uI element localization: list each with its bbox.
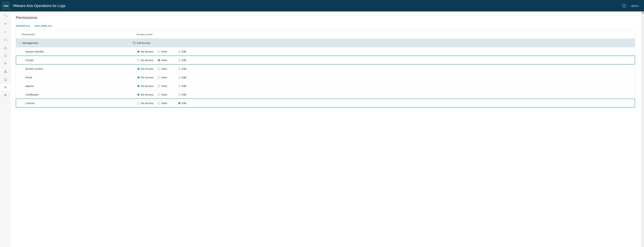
table-header: Permission Access Level: [16, 30, 635, 38]
radio-icon: [158, 59, 160, 61]
radio-no-access[interactable]: No Access: [137, 102, 154, 105]
radio-edit[interactable]: Edit: [178, 67, 195, 70]
radio-edit[interactable]: Edit: [178, 50, 195, 53]
radio-view[interactable]: View: [158, 84, 175, 87]
option-label: View: [161, 93, 167, 96]
radio-no-access[interactable]: No Access: [137, 67, 154, 70]
access-options: No AccessViewEdit: [133, 67, 633, 70]
radio-view[interactable]: View: [158, 59, 175, 62]
chevron-right-icon: ›: [9, 86, 10, 88]
rail-item-cloud[interactable]: ›: [0, 36, 10, 43]
info-icon[interactable]: [622, 4, 626, 8]
permission-label: Certificates: [18, 93, 133, 96]
radio-edit[interactable]: Edit: [178, 102, 195, 105]
expand-all-button[interactable]: EXPAND ALL: [16, 25, 30, 27]
access-options: No AccessViewEdit: [133, 84, 633, 87]
option-label: Edit: [182, 84, 186, 87]
page-title: Permissions: [16, 15, 635, 20]
chevron-down-icon: ⌄: [639, 5, 641, 7]
radio-icon: [158, 85, 160, 87]
group-label: Management: [22, 41, 38, 44]
rail-item-sliders[interactable]: ›: [0, 92, 10, 99]
option-label: Edit: [182, 59, 186, 62]
svg-rect-7: [5, 70, 6, 71]
radio-view[interactable]: View: [158, 93, 175, 96]
radio-icon: [158, 76, 160, 79]
radio-icon: [137, 93, 140, 96]
option-label: Edit: [182, 67, 186, 70]
radio-no-access[interactable]: No Access: [137, 59, 154, 62]
radio-icon: [178, 76, 181, 79]
svg-point-6: [6, 63, 6, 64]
option-label: No Access: [141, 76, 154, 79]
rail-item-settings[interactable]: ›: [0, 84, 10, 91]
radio-no-access[interactable]: No Access: [137, 84, 154, 87]
chevron-right-icon: ›: [9, 71, 10, 73]
tristate-checkbox[interactable]: [133, 42, 136, 44]
option-label: View: [161, 50, 167, 53]
option-label: View: [161, 59, 167, 62]
svg-rect-8: [4, 72, 5, 73]
radio-edit[interactable]: Edit: [178, 76, 195, 79]
app-header: vmw VMware Aria Operations for Logs admi…: [0, 0, 644, 11]
radio-icon: [178, 93, 181, 96]
svg-point-5: [4, 63, 6, 64]
radio-edit[interactable]: Edit: [178, 93, 195, 96]
option-label: View: [161, 76, 167, 79]
collapse-all-button[interactable]: COLLAPSE ALL: [34, 25, 52, 27]
rail-item-analytics[interactable]: [0, 29, 10, 35]
option-label: Edit: [182, 50, 186, 53]
table-row: LicenseNo AccessViewEdit: [16, 99, 635, 107]
svg-point-18: [6, 94, 6, 95]
scrollbar[interactable]: [641, 11, 644, 247]
radio-no-access[interactable]: No Access: [137, 76, 154, 79]
rail-item-device[interactable]: [0, 76, 10, 83]
radio-view[interactable]: View: [158, 76, 175, 79]
access-options: No AccessViewEdit: [133, 76, 633, 79]
radio-no-access[interactable]: No Access: [137, 50, 154, 53]
radio-icon: [158, 93, 160, 96]
table-row: ClusterNo AccessViewEdit: [16, 56, 635, 64]
rail-item-topology[interactable]: ›: [0, 68, 10, 75]
radio-icon: [178, 85, 181, 87]
scroll-up-icon: [641, 12, 644, 13]
left-nav-rail: » › › › ›: [0, 11, 11, 247]
permission-label: Agents: [18, 84, 133, 87]
radio-no-access[interactable]: No Access: [137, 93, 154, 96]
option-label: No Access: [141, 102, 154, 105]
permissions-table: Permission Access Level ⌄ Management Ful…: [16, 30, 635, 108]
radio-icon: [178, 68, 181, 70]
radio-view[interactable]: View: [158, 50, 175, 53]
access-options: No AccessViewEdit: [133, 59, 633, 62]
permission-label: Hosts: [18, 76, 133, 79]
product-title: VMware Aria Operations for Logs: [12, 4, 66, 8]
chevron-right-icon: ›: [9, 39, 10, 41]
svg-point-14: [4, 94, 5, 95]
rail-item-users[interactable]: [0, 60, 10, 67]
main-content: Permissions EXPAND ALL COLLAPSE ALL Perm…: [11, 11, 644, 247]
table-row: Access controlNo AccessViewEdit: [16, 64, 635, 73]
rail-item-dashboard[interactable]: [0, 21, 10, 28]
radio-edit[interactable]: Edit: [178, 84, 195, 87]
access-options: No AccessViewEdit: [133, 50, 633, 53]
radio-icon: [178, 102, 181, 104]
option-label: View: [161, 67, 167, 70]
radio-icon: [178, 59, 181, 61]
option-label: Edit: [182, 76, 186, 79]
access-options: No AccessViewEdit: [133, 93, 633, 96]
radio-edit[interactable]: Edit: [178, 59, 195, 62]
radio-view[interactable]: View: [158, 67, 175, 70]
radio-icon: [158, 102, 160, 104]
option-label: Edit: [182, 102, 186, 105]
chevron-down-icon: ⌄: [19, 42, 21, 44]
rail-item-alerts[interactable]: ›: [0, 44, 10, 51]
option-label: No Access: [141, 50, 154, 53]
rail-expand-toggle[interactable]: »: [0, 13, 10, 19]
table-row: AgentsNo AccessViewEdit: [16, 82, 635, 90]
group-row-management[interactable]: ⌄ Management Full Access: [16, 38, 635, 47]
radio-view[interactable]: View: [158, 102, 175, 105]
vmw-logo: vmw: [2, 1, 10, 10]
option-label: No Access: [141, 59, 154, 62]
rail-item-document[interactable]: [0, 52, 10, 59]
user-menu[interactable]: admin ⌄: [631, 4, 641, 7]
